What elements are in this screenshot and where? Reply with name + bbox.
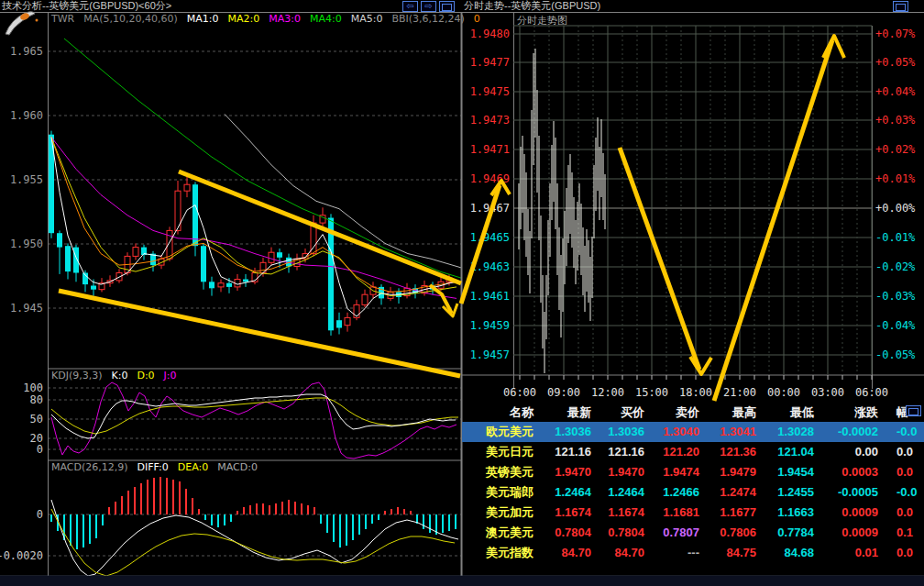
trading-terminal: 技术分析--英镑美元(GBPUSD)<60分> 分时走势--英镑美元(GBPUS… <box>0 0 924 586</box>
quote-cell: 1.3040 <box>648 422 703 442</box>
indicator-item-3: MA2:0 <box>228 13 260 25</box>
d-line <box>51 398 458 434</box>
kdj-item-3: J:0 <box>164 370 177 381</box>
arrow-down-mid-line <box>620 148 699 370</box>
time-axis-label: 03:00 <box>811 386 844 399</box>
quote-cell: 84.68 <box>760 543 818 563</box>
intraday-pct-label: -0.05% <box>875 348 916 361</box>
intraday-pct-label: -0.02% <box>875 260 916 273</box>
quote-cell: 1.3036 <box>595 422 648 442</box>
indicator-item-6: MA5:0 <box>351 13 383 25</box>
quote-cell: 0.7784 <box>760 523 818 543</box>
quote-cell: 0.0 <box>882 442 924 462</box>
arrow-up-right-line <box>714 40 832 401</box>
intraday-price-label: 1.9465 <box>470 231 510 244</box>
quote-cell: 1.1674 <box>537 503 595 523</box>
arrow-up-right-head <box>823 36 844 58</box>
intraday-chart-label: 分时走势图 <box>517 14 567 28</box>
time-axis-label: 21:00 <box>723 386 756 399</box>
quote-cell: 0.7804 <box>537 523 595 543</box>
kdj-axis-label: 80 <box>30 393 43 406</box>
time-axis-label: 09:00 <box>547 386 580 399</box>
quote-cell: 121.36 <box>703 442 760 462</box>
quote-cell: 84.70 <box>537 543 595 563</box>
quote-row-4[interactable]: 美元加元1.16741.16741.16811.16771.16630.0009… <box>462 503 924 523</box>
table-maximize-icon[interactable] <box>906 405 921 416</box>
quote-cell: 0.0009 <box>818 503 882 523</box>
quote-row-0[interactable]: 欧元美元1.30361.30361.30401.30411.3028-0.000… <box>462 422 924 442</box>
quote-cell: 1.3041 <box>703 422 760 442</box>
column-header-1[interactable]: 最新 <box>537 404 595 422</box>
main-axis-label: 1.955 <box>10 173 43 186</box>
candle-body <box>133 248 138 257</box>
quote-cell: 1.2464 <box>595 482 648 503</box>
main-axis-label: 1.960 <box>10 109 43 122</box>
indicator-item-1: MA(5,10,20,40,60) <box>83 13 178 25</box>
intraday-price-label: 1.9473 <box>470 114 510 127</box>
intraday-pct-label: +0.02% <box>875 143 916 156</box>
quote-cell: 1.1677 <box>703 503 760 523</box>
quote-table[interactable]: 名称最新买价卖价最高最低涨跌幅欧元美元1.30361.30361.30401.3… <box>462 404 924 576</box>
column-header-2[interactable]: 买价 <box>595 404 648 422</box>
main-axis-label: 1.965 <box>10 45 43 58</box>
intraday-price-label: 1.9471 <box>470 143 510 156</box>
time-axis-label: 06:00 <box>503 386 536 399</box>
quote-cell: 121.20 <box>648 442 703 462</box>
kdj-item-2: D:0 <box>137 370 154 381</box>
intraday-price-label: 1.9457 <box>470 348 510 361</box>
instrument-name: 美元瑞郎 <box>462 482 537 503</box>
instrument-name: 欧元美元 <box>462 422 537 442</box>
candle-body <box>192 184 198 246</box>
quote-cell: 1.2466 <box>648 482 703 503</box>
column-header-6[interactable]: 涨跌 <box>818 404 882 422</box>
intraday-pct-label: +0.04% <box>875 85 916 98</box>
lower-trendline <box>59 291 460 376</box>
quote-cell: -0.0 <box>882 482 924 503</box>
intraday-pct-label: +0.07% <box>875 28 916 40</box>
candle-body <box>269 252 274 262</box>
indicator-item-7: BBI(3,6,12,24) <box>391 13 464 25</box>
mouse-cursor <box>2 6 42 38</box>
quote-cell: 84.75 <box>703 543 760 563</box>
quote-cell: 0.01 <box>818 543 882 563</box>
candle-body <box>243 280 248 282</box>
quote-cell: -0.0005 <box>818 482 882 503</box>
quote-row-3[interactable]: 美元瑞郎1.24641.24641.24661.24741.2455-0.000… <box>462 482 924 503</box>
column-header-0[interactable]: 名称 <box>462 404 537 422</box>
candle-body <box>184 184 190 191</box>
candle-body <box>362 294 368 304</box>
quote-cell: 84.70 <box>595 543 648 563</box>
quote-row-2[interactable]: 英镑美元1.94701.94701.94741.94791.94540.0003… <box>462 462 924 482</box>
column-header-4[interactable]: 最高 <box>703 404 760 422</box>
intraday-price-label: 1.9475 <box>470 85 510 98</box>
quote-cell: 0.7806 <box>703 523 760 543</box>
quote-cell: 0.1 <box>882 523 924 543</box>
ma-green <box>64 39 461 278</box>
candle-body <box>65 246 71 271</box>
quote-row-5[interactable]: 澳元美元0.78040.78040.78070.78060.77840.0009… <box>462 523 924 543</box>
quote-row-6[interactable]: 美元指数84.7084.70---84.7584.680.010.0 <box>462 543 924 563</box>
quote-cell: 1.1674 <box>595 503 648 523</box>
macd-header: MACD(26,12,9)DIFF:0DEA:0MACD:0 <box>51 461 267 473</box>
candle-body <box>209 282 214 288</box>
intraday-pct-label: +0.03% <box>875 114 916 127</box>
quote-cell: 0.0009 <box>818 523 882 543</box>
column-header-3[interactable]: 卖价 <box>648 404 703 422</box>
upper-trendline <box>179 171 461 283</box>
quote-cell: 1.2455 <box>760 482 818 503</box>
intraday-pct-label: -0.01% <box>875 231 916 244</box>
j-line <box>51 382 456 459</box>
column-header-5[interactable]: 最低 <box>760 404 818 422</box>
macd-item-3: MACD:0 <box>217 461 258 473</box>
ma-white <box>51 138 456 317</box>
macd-item-0: MACD(26,12,9) <box>51 461 128 473</box>
macd-item-2: DEA:0 <box>178 461 208 473</box>
kdj-item-0: KDJ(9,3,3) <box>51 370 103 381</box>
time-axis-label: 15:00 <box>635 386 668 399</box>
intraday-price-label: 1.9459 <box>470 319 510 332</box>
intraday-price-label: 1.9480 <box>470 28 510 40</box>
candle-body <box>336 320 342 327</box>
quote-row-1[interactable]: 美元日元121.16121.16121.20121.36121.040.000.… <box>462 442 924 462</box>
ma-gray <box>225 114 461 268</box>
quote-cell: 0.7804 <box>595 523 648 543</box>
